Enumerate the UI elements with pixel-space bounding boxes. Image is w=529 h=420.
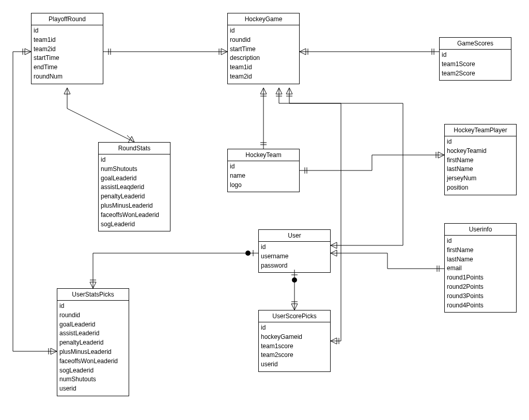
entity-title: HockeyTeam	[228, 149, 299, 161]
attr: penaltyLeaderid	[59, 338, 127, 348]
attr: email	[447, 264, 514, 273]
entity-attrs: id numShutouts goalLeaderid assistLeaqde…	[99, 154, 170, 231]
attr: description	[230, 54, 297, 63]
entity-attrs: id hockeyTeamid firstName lastName jerse…	[445, 136, 516, 195]
attr: lastName	[447, 165, 514, 174]
entity-user-score-picks: UserScorePicks id hockeyGameid team1scor…	[258, 310, 331, 372]
entity-title: PlayoffRound	[32, 13, 103, 25]
svg-point-21	[245, 251, 251, 256]
attr: id	[261, 243, 328, 252]
attr: startTime	[230, 45, 297, 54]
attr: hockeyTeamid	[447, 147, 514, 156]
attr: position	[447, 183, 514, 193]
attr: team1score	[261, 342, 328, 351]
attr: sogLeaderid	[101, 220, 168, 229]
attr: roundid	[230, 36, 297, 45]
attr: firstName	[447, 246, 514, 255]
attr: jerseyNum	[447, 174, 514, 183]
attr: team1id	[230, 63, 297, 72]
entity-hockey-team-player: HockeyTeamPlayer id hockeyTeamid firstNa…	[444, 124, 517, 195]
attr: round2Points	[447, 283, 514, 292]
entity-title: HockeyTeamPlayer	[445, 125, 516, 136]
attr: id	[230, 26, 297, 36]
entity-title: User	[259, 230, 330, 242]
entity-hockey-team: HockeyTeam id name logo	[227, 149, 300, 192]
attr: endTime	[34, 63, 101, 72]
entity-title: HockeyGame	[228, 13, 299, 25]
attr: round3Points	[447, 292, 514, 301]
attr: userid	[59, 384, 127, 394]
entity-attrs: id roundid goalLeaderid assistLeaderid p…	[57, 301, 129, 396]
attr: userid	[261, 360, 328, 369]
entity-title: GameScores	[440, 38, 511, 50]
attr: round1Points	[447, 273, 514, 283]
attr: id	[447, 237, 514, 246]
attr: password	[261, 261, 328, 271]
entity-attrs: id hockeyGameid team1score team2score us…	[259, 322, 330, 371]
entity-attrs: id roundid startTime description team1id…	[228, 25, 299, 84]
entity-title: UserStatsPicks	[57, 289, 129, 301]
attr: firstName	[447, 156, 514, 165]
entity-attrs: id team1Score team2Score	[440, 50, 511, 80]
attr: id	[447, 137, 514, 147]
entity-title: Userinfo	[445, 224, 516, 236]
attr: penaltyLeaderid	[101, 192, 168, 201]
attr: sogLeaderid	[59, 366, 127, 376]
attr: team1Score	[442, 60, 509, 69]
attr: plusMinusLeaderid	[101, 201, 168, 211]
attr: id	[442, 51, 509, 60]
entity-attrs: id username password	[259, 242, 330, 272]
attr: faceoffsWonLeaderid	[59, 357, 127, 366]
entity-attrs: id firstName lastName email round1Points…	[445, 236, 516, 312]
attr: team1id	[34, 36, 101, 45]
attr: numShutouts	[101, 165, 168, 174]
attr: id	[261, 323, 328, 333]
entity-round-stats: RoundStats id numShutouts goalLeaderid a…	[98, 142, 170, 231]
attr: assistLeaqderid	[101, 183, 168, 192]
entity-attrs: id team1id team2id startTime endTime rou…	[32, 25, 103, 84]
attr: id	[101, 155, 168, 165]
attr: logo	[230, 181, 297, 190]
attr: team2Score	[442, 69, 509, 79]
entity-title: RoundStats	[99, 143, 170, 154]
attr: round4Points	[447, 301, 514, 310]
attr: name	[230, 172, 297, 181]
attr: numShutouts	[59, 375, 127, 384]
attr: startTime	[34, 54, 101, 63]
attr: id	[59, 302, 127, 311]
attr: goalLeaderid	[59, 320, 127, 330]
attr: team2id	[34, 45, 101, 54]
entity-title: UserScorePicks	[259, 310, 330, 322]
svg-line-17	[127, 135, 132, 141]
attr: team2score	[261, 351, 328, 360]
attr: id	[34, 26, 101, 36]
entity-attrs: id name logo	[228, 161, 299, 192]
entity-game-scores: GameScores id team1Score team2Score	[439, 37, 511, 81]
attr: assistLeaderid	[59, 329, 127, 338]
entity-playoff-round: PlayoffRound id team1id team2id startTim…	[31, 13, 103, 84]
attr: hockeyGameid	[261, 333, 328, 342]
attr: lastName	[447, 255, 514, 265]
attr: username	[261, 252, 328, 261]
attr: plusMinusLeaderid	[59, 348, 127, 357]
attr: roundid	[59, 311, 127, 320]
attr: team2id	[230, 72, 297, 82]
entity-user: User id username password	[258, 229, 331, 273]
entity-hockey-game: HockeyGame id roundid startTime descript…	[227, 13, 300, 84]
attr: goalLeaderid	[101, 174, 168, 183]
attr: id	[230, 162, 297, 172]
attr: faceoffsWonLeaderid	[101, 211, 168, 220]
attr: roundNum	[34, 72, 101, 82]
svg-point-28	[292, 277, 297, 283]
entity-user-info: Userinfo id firstName lastName email rou…	[444, 223, 517, 313]
entity-user-stats-picks: UserStatsPicks id roundid goalLeaderid a…	[57, 288, 129, 396]
